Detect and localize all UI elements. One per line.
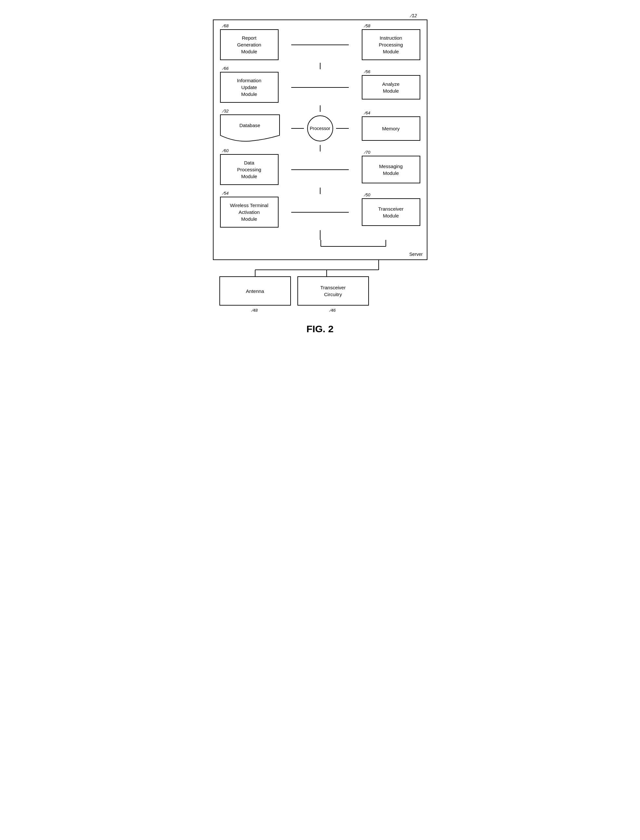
hline-right-2-line xyxy=(336,87,349,88)
bottom-connector xyxy=(220,240,420,253)
data-processing-module: Data Processing Module xyxy=(220,154,278,185)
hline-left-2 xyxy=(291,69,304,105)
cell-wireless: ∕54 Wireless Terminal Activation Module xyxy=(220,194,291,230)
center-1 xyxy=(304,27,336,63)
ref-68: ∕68 xyxy=(223,23,229,28)
vline-row-4-5 xyxy=(220,187,420,194)
center-cross-4 xyxy=(304,170,336,170)
hline-right-4 xyxy=(336,152,349,187)
hline-left-5-line xyxy=(291,212,304,213)
instruction-processing-module: Instruction Processing Module xyxy=(362,29,420,60)
hline-left-2-line xyxy=(291,87,304,88)
diagram-rows: ∕68 Report Generation Module xyxy=(220,27,420,253)
center-3-processor: Processor xyxy=(304,112,336,145)
center-cross-5 xyxy=(304,212,336,213)
vline-row-2-3 xyxy=(220,105,420,112)
hline-left-1 xyxy=(291,27,304,63)
hline-right-3 xyxy=(336,112,349,145)
ref-66: ∕66 xyxy=(223,66,229,71)
cell-data-processing: ∕60 Data Processing Module xyxy=(220,152,291,187)
hline-right-5 xyxy=(336,194,349,230)
vline-exit-cell xyxy=(304,230,336,240)
center-4 xyxy=(304,152,336,187)
ref-64: ∕64 xyxy=(365,110,371,115)
page: ∕12 Server xyxy=(206,6,434,341)
ref-54: ∕54 xyxy=(223,191,229,196)
hline-right-1-line xyxy=(336,45,349,45)
hline-left-3 xyxy=(291,112,304,145)
hline-right-1 xyxy=(336,27,349,63)
vline-exit xyxy=(220,230,420,240)
cell-analyze: ∕56 Analyze Module xyxy=(349,69,420,105)
hline-right-2 xyxy=(336,69,349,105)
transceiver-module: Transceiver Module xyxy=(362,198,420,226)
transceiver-circuitry-cell: Transceiver Circuitry ∕46 xyxy=(298,276,369,306)
vline-2-3-cell xyxy=(304,105,336,112)
below-server-svg xyxy=(213,260,427,276)
hline-left-5 xyxy=(291,194,304,230)
hline-left-4 xyxy=(291,152,304,187)
ref-58: ∕58 xyxy=(365,23,371,28)
antenna-cell: Antenna ∕48 xyxy=(219,276,291,306)
row-4: ∕60 Data Processing Module xyxy=(220,152,420,187)
vline-exit-line xyxy=(320,230,320,240)
row-2: ∕66 Information Update Module xyxy=(220,69,420,105)
hline-right-3-line xyxy=(336,128,349,129)
messaging-module: Messaging Module xyxy=(362,156,420,183)
vline-row-3-4 xyxy=(220,145,420,152)
cell-memory: ∕64 Memory xyxy=(349,112,420,145)
cell-instruction: ∕58 Instruction Processing Module xyxy=(349,27,420,63)
fig-label: FIG. 2 xyxy=(206,323,434,334)
cell-messaging: ∕70 Messaging Module xyxy=(349,152,420,187)
center-cross-1 xyxy=(304,45,336,45)
transceiver-exit-cell xyxy=(349,230,420,240)
ref-46: ∕46 xyxy=(330,308,336,313)
vline-1-2-cell xyxy=(304,63,336,69)
ref-48: ∕48 xyxy=(252,308,258,313)
center-cross-2 xyxy=(304,87,336,88)
database-curve-svg xyxy=(220,135,280,142)
bottom-line-area xyxy=(220,240,420,253)
ref-32: ∕32 xyxy=(223,109,229,114)
vline-2-3 xyxy=(320,105,320,112)
bottom-boxes: Antenna ∕48 Transceiver Circuitry ∕46 xyxy=(213,276,427,306)
analyze-module: Analyze Module xyxy=(362,75,420,99)
vline-3-4-cell xyxy=(304,145,336,152)
center-5 xyxy=(304,194,336,230)
information-update-module: Information Update Module xyxy=(220,72,278,103)
database-module: Database xyxy=(220,114,280,136)
below-server xyxy=(213,260,427,276)
vline-3-4 xyxy=(320,145,320,152)
hline-left-3-line xyxy=(291,128,304,129)
wireless-terminal-module: Wireless Terminal Activation Module xyxy=(220,197,278,227)
transceiver-circuitry-box: Transceiver Circuitry xyxy=(298,276,369,306)
ref-56: ∕56 xyxy=(365,69,371,74)
hline-right-5-line xyxy=(336,212,349,213)
row-3: ∕32 Database xyxy=(220,112,420,145)
cell-database: ∕32 Database xyxy=(220,112,291,145)
ref-50: ∕50 xyxy=(365,192,371,197)
memory-module: Memory xyxy=(362,116,420,141)
database-box-wrapper: Database xyxy=(220,114,280,142)
hline-left-1-line xyxy=(291,45,304,45)
cell-report-gen: ∕68 Report Generation Module xyxy=(220,27,291,63)
row-1: ∕68 Report Generation Module xyxy=(220,27,420,63)
ref-60: ∕60 xyxy=(223,148,229,153)
vline-row-1-2 xyxy=(220,63,420,69)
cell-info-update: ∕66 Information Update Module xyxy=(220,69,291,105)
diagram-container: ∕68 Report Generation Module xyxy=(220,27,420,253)
vline-1-2 xyxy=(320,63,320,69)
hline-right-4-line xyxy=(336,170,349,170)
layout-table: ∕68 Report Generation Module xyxy=(220,27,420,240)
ref-12: ∕12 xyxy=(411,13,417,18)
gap xyxy=(291,276,298,306)
vline-4-5-cell xyxy=(304,187,336,194)
hline-left-4-line xyxy=(291,170,304,170)
center-2 xyxy=(304,69,336,105)
antenna-box: Antenna xyxy=(219,276,291,306)
cell-transceiver: ∕50 Transceiver Module xyxy=(349,194,420,230)
report-generation-module: Report Generation Module xyxy=(220,29,278,60)
vline-4-5 xyxy=(320,187,320,194)
ref-70: ∕70 xyxy=(365,150,371,155)
bottom-connector-svg xyxy=(220,240,420,253)
